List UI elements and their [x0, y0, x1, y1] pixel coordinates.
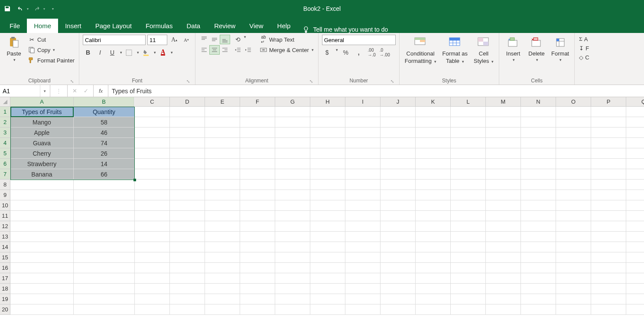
row-header[interactable]: 17 [0, 273, 10, 284]
column-header[interactable]: J [381, 97, 416, 107]
column-header[interactable]: H [310, 97, 345, 107]
insert-cells-button[interactable]: Insert▾ [503, 35, 524, 63]
cell[interactable] [240, 232, 275, 242]
cell[interactable] [521, 284, 556, 294]
cell[interactable] [556, 221, 591, 232]
cell[interactable] [381, 117, 416, 128]
cell[interactable] [381, 252, 416, 263]
cell[interactable] [170, 304, 205, 315]
cell[interactable] [205, 304, 240, 315]
cell[interactable] [170, 284, 205, 294]
cell[interactable] [591, 273, 626, 284]
cell[interactable] [205, 294, 240, 304]
row-header[interactable]: 9 [0, 190, 10, 200]
cell[interactable] [486, 284, 521, 294]
cell[interactable] [345, 211, 381, 221]
cell[interactable] [135, 232, 170, 242]
cell[interactable] [521, 273, 556, 284]
cell[interactable] [591, 107, 626, 117]
cell[interactable] [170, 148, 205, 159]
spreadsheet-grid[interactable]: ABCDEFGHIJKLMNOPQ1Types of FruitsQuantit… [0, 97, 644, 315]
column-header[interactable]: I [345, 97, 381, 107]
cell[interactable] [556, 159, 591, 169]
cell[interactable] [205, 221, 240, 232]
cell[interactable] [626, 211, 644, 221]
cell[interactable] [486, 252, 521, 263]
cell[interactable] [591, 169, 626, 180]
cell[interactable]: Banana [10, 169, 74, 180]
copy-button[interactable]: Copy ▾ [27, 45, 75, 55]
italic-button[interactable]: I [95, 48, 105, 57]
format-painter-button[interactable]: Format Painter [27, 56, 75, 65]
format-as-table-button[interactable]: Format as Table ▾ [441, 35, 470, 65]
cell[interactable] [240, 242, 275, 252]
cell[interactable]: Strawberry [10, 159, 74, 169]
redo-dropdown-icon[interactable]: ▾ [43, 7, 45, 11]
tab-help[interactable]: Help [270, 19, 298, 33]
format-cells-button[interactable]: Format▾ [550, 35, 571, 63]
cell[interactable] [556, 107, 591, 117]
cell[interactable] [591, 211, 626, 221]
cell[interactable] [381, 284, 416, 294]
row-header[interactable]: 19 [0, 294, 10, 304]
cell[interactable] [240, 128, 275, 138]
cell[interactable] [10, 252, 74, 263]
cell[interactable] [240, 294, 275, 304]
cell[interactable] [486, 242, 521, 252]
cell[interactable] [345, 128, 381, 138]
cell[interactable] [135, 128, 170, 138]
cell[interactable] [416, 107, 451, 117]
tab-file[interactable]: File [3, 19, 27, 33]
cell[interactable] [170, 117, 205, 128]
cell[interactable] [135, 148, 170, 159]
cell[interactable] [451, 242, 486, 252]
cell[interactable] [521, 252, 556, 263]
cell[interactable] [556, 128, 591, 138]
cell[interactable] [10, 232, 74, 242]
cell[interactable] [345, 294, 381, 304]
cell[interactable] [451, 284, 486, 294]
cell[interactable] [10, 190, 74, 200]
fill-handle[interactable] [133, 179, 136, 181]
cell[interactable] [381, 200, 416, 211]
cell[interactable] [240, 107, 275, 117]
cell[interactable] [275, 263, 310, 273]
cancel-formula-icon[interactable]: ✕ [72, 88, 77, 94]
cell[interactable] [626, 117, 644, 128]
cell[interactable] [381, 190, 416, 200]
column-header[interactable]: B [74, 97, 134, 107]
cell[interactable] [521, 190, 556, 200]
cell[interactable] [135, 242, 170, 252]
cell[interactable] [381, 128, 416, 138]
cell[interactable] [591, 128, 626, 138]
cell[interactable] [275, 107, 310, 117]
font-color-icon[interactable]: A [158, 48, 168, 57]
cell[interactable] [135, 284, 170, 294]
underline-button[interactable]: U [107, 48, 117, 57]
cell[interactable] [556, 242, 591, 252]
cell[interactable] [345, 284, 381, 294]
cell[interactable] [521, 242, 556, 252]
cell[interactable] [416, 148, 451, 159]
cell[interactable]: Types of Fruits [10, 107, 74, 117]
row-header[interactable]: 5 [0, 148, 10, 159]
cell[interactable] [486, 169, 521, 180]
cell[interactable] [381, 180, 416, 190]
cell[interactable] [521, 148, 556, 159]
cell[interactable] [345, 232, 381, 242]
row-header[interactable]: 8 [0, 180, 10, 190]
cell[interactable] [486, 117, 521, 128]
cell[interactable] [74, 180, 135, 190]
percent-format-icon[interactable]: % [341, 48, 351, 57]
chevron-down-icon[interactable]: ▾ [137, 50, 139, 55]
cell[interactable] [416, 304, 451, 315]
cell[interactable] [521, 211, 556, 221]
increase-font-icon[interactable]: A▴ [169, 35, 179, 45]
cell[interactable] [310, 169, 345, 180]
cell[interactable] [451, 148, 486, 159]
cell[interactable] [74, 232, 135, 242]
cell[interactable]: 74 [74, 138, 135, 148]
undo-dropdown-icon[interactable]: ▾ [27, 7, 29, 11]
cell[interactable] [74, 304, 135, 315]
cell[interactable] [135, 211, 170, 221]
